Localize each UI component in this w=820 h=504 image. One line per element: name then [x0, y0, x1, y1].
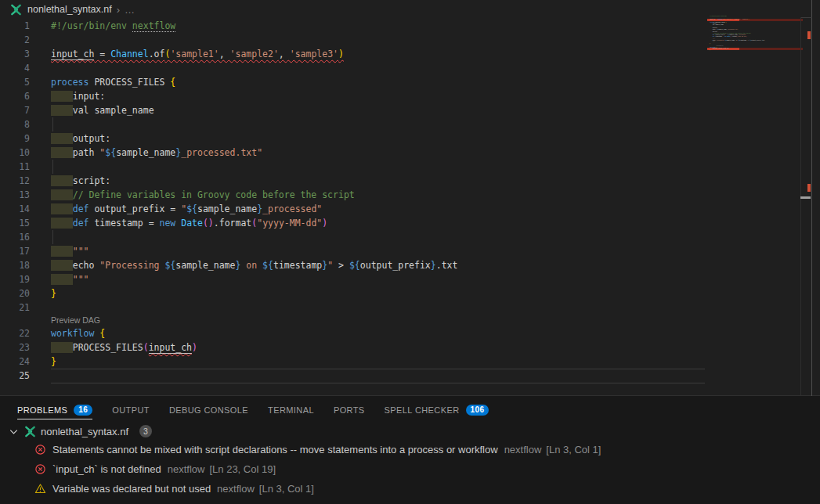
line-number[interactable]: 3	[0, 47, 30, 61]
indent-highlight	[51, 175, 73, 186]
tab-debug-console[interactable]: DEBUG CONSOLE	[169, 397, 248, 423]
code-token: (	[143, 342, 149, 353]
code-line-22[interactable]: 22workflow {	[0, 326, 707, 340]
code-token: def	[73, 218, 89, 229]
line-number[interactable]: 15	[0, 216, 30, 230]
line-number[interactable]: 4	[0, 61, 30, 75]
code-token: #!/usr/bin/env	[51, 20, 132, 31]
nextflow-file-icon	[23, 426, 37, 437]
code-line-1[interactable]: 1#!/usr/bin/env nextflow	[0, 19, 707, 33]
line-number[interactable]: 22	[0, 326, 30, 340]
line-number[interactable]: 10	[0, 146, 30, 160]
line-number[interactable]: 24	[0, 355, 30, 369]
code-editor[interactable]: 1#!/usr/bin/env nextflow23input_ch = Cha…	[0, 19, 707, 383]
line-number[interactable]: 12	[0, 174, 30, 188]
code-token: output_prefix =	[89, 203, 181, 214]
problem-item[interactable]: Variable was declared but not used nextf…	[0, 479, 820, 499]
overview-ruler[interactable]	[800, 0, 812, 396]
problem-source: nextflow	[504, 444, 542, 455]
code-line-12[interactable]: 12 script:	[0, 174, 707, 188]
breadcrumb-file-name[interactable]: nonlethal_syntax.nf	[27, 4, 112, 15]
code-line-7[interactable]: 7 val sample_name	[0, 103, 707, 117]
tab-terminal[interactable]: TERMINAL	[268, 397, 314, 423]
minimap[interactable]: 1#!/usr/bin/env nextflow23input_ch = Cha…	[707, 6, 803, 391]
code-line-2[interactable]: 2	[0, 33, 707, 47]
problems-file-group[interactable]: nonlethal_syntax.nf 3	[0, 423, 820, 440]
problem-message: Statements cannot be mixed with script d…	[52, 444, 498, 455]
code-line-6[interactable]: 6 input:	[0, 89, 707, 103]
code-token: process	[51, 77, 89, 88]
code-line-16[interactable]: 16	[0, 230, 707, 244]
tab-spell-checker[interactable]: SPELL CHECKER 106	[385, 397, 489, 423]
problems-file-name: nonlethal_syntax.nf	[41, 426, 128, 437]
line-number[interactable]: 1	[0, 19, 30, 33]
line-content: """	[51, 244, 89, 258]
indent-highlight	[51, 105, 73, 116]
line-number[interactable]: 11	[0, 160, 30, 174]
line-number[interactable]: 9	[0, 131, 30, 146]
code-line-23[interactable]: 23 PROCESS_FILES(input_ch)	[0, 340, 707, 355]
line-number[interactable]: 20	[0, 286, 30, 301]
code-token: =	[94, 49, 110, 59]
code-line-24[interactable]: 24}	[0, 355, 707, 369]
line-number[interactable]: 13	[0, 188, 30, 202]
line-number[interactable]: 16	[0, 230, 30, 244]
problem-item[interactable]: `input_ch` is not defined nextflow [Ln 2…	[0, 459, 820, 479]
code-line-10[interactable]: 10 path "${sample_name}_processed.txt"	[0, 146, 707, 160]
line-number[interactable]: 17	[0, 244, 30, 258]
overview-error-mark-2[interactable]	[807, 184, 811, 192]
line-number[interactable]: 6	[0, 89, 30, 103]
chevron-down-icon[interactable]	[8, 426, 20, 437]
breadcrumb[interactable]: nonlethal_syntax.nf › …	[0, 0, 820, 19]
code-line-19[interactable]: 19 """	[0, 272, 707, 286]
code-token: timestamp	[273, 260, 322, 271]
codelens-preview-dag[interactable]: Preview DAG	[0, 315, 707, 326]
code-line-15[interactable]: 15 def timestamp = new Date().format("yy…	[0, 216, 707, 230]
code-lines: 1#!/usr/bin/env nextflow23input_ch = Cha…	[710, 16, 764, 52]
code-line-5[interactable]: 5process PROCESS_FILES {	[0, 75, 707, 89]
line-number[interactable]: 18	[0, 258, 30, 272]
code-line-25[interactable]: 25	[0, 369, 707, 383]
code-line-17[interactable]: 17 """	[0, 244, 707, 258]
code-line-11[interactable]: 11	[0, 160, 707, 174]
code-line-8[interactable]: 8	[0, 117, 707, 131]
breadcrumb-more[interactable]: …	[125, 4, 135, 16]
nextflow-file-icon	[9, 4, 23, 16]
code-line-9[interactable]: 9 output:	[0, 131, 707, 146]
line-number[interactable]: 23	[0, 340, 30, 355]
code-token: 'sample1'	[170, 49, 219, 59]
tab-output[interactable]: OUTPUT	[112, 397, 150, 423]
code-token: .txt	[436, 260, 458, 271]
tab-problems[interactable]: PROBLEMS 16	[17, 397, 92, 423]
line-content: """	[51, 272, 89, 286]
code-token: }	[51, 288, 56, 299]
tab-ports[interactable]: PORTS	[334, 397, 365, 423]
line-number[interactable]: 2	[0, 33, 30, 47]
code-line-20[interactable]: 20}	[0, 286, 707, 301]
overview-error-mark-1[interactable]	[807, 31, 811, 39]
code-line-21[interactable]: 21	[0, 301, 707, 315]
line-number[interactable]: 8	[0, 117, 30, 131]
code-lines: 1#!/usr/bin/env nextflow23input_ch = Cha…	[0, 19, 707, 383]
code-line-4[interactable]: 4	[0, 61, 707, 75]
code-line-21[interactable]: 21	[710, 44, 764, 45]
line-number[interactable]: 5	[0, 75, 30, 89]
code-token: timestamp =	[89, 218, 159, 229]
line-number[interactable]: 19	[0, 272, 30, 286]
code-token: Date	[181, 218, 203, 229]
problem-item[interactable]: Statements cannot be mixed with script d…	[0, 440, 820, 459]
line-number[interactable]: 7	[0, 103, 30, 117]
tab-spell-checker-label: SPELL CHECKER	[385, 405, 460, 415]
code-token: ()	[203, 218, 214, 229]
line-content: script:	[51, 174, 110, 188]
tab-problems-label: PROBLEMS	[17, 405, 67, 415]
line-number[interactable]: 14	[0, 202, 30, 216]
code-line-25[interactable]: 25	[710, 51, 764, 52]
code-line-18[interactable]: 18 echo "Processing ${sample_name} on ${…	[0, 258, 707, 272]
line-number[interactable]: 21	[0, 301, 30, 315]
line-number[interactable]: 25	[0, 369, 30, 383]
code-line-14[interactable]: 14 def output_prefix = "${sample_name}_p…	[0, 202, 707, 216]
code-line-13[interactable]: 13 // Define variables in Groovy code be…	[0, 188, 707, 202]
line-content: // Define variables in Groovy code befor…	[51, 188, 355, 202]
code-line-3[interactable]: 3input_ch = Channel.of('sample1', 'sampl…	[0, 47, 707, 61]
